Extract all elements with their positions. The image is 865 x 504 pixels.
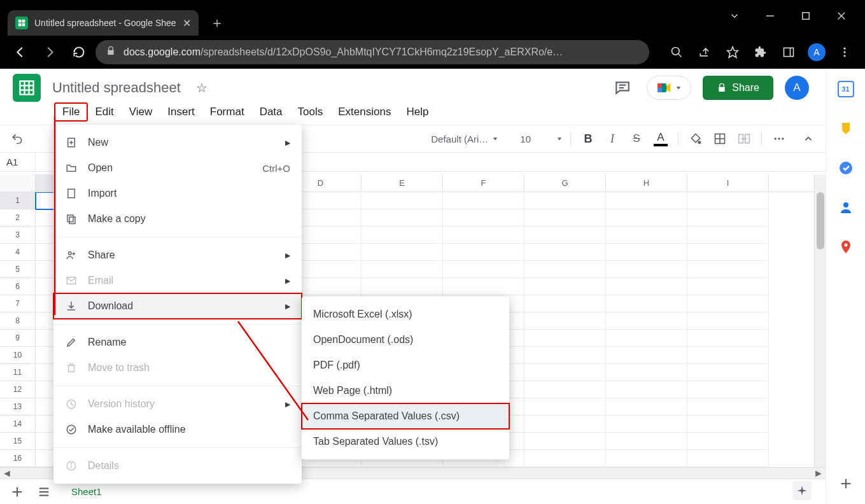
vertical-scrollbar-thumb[interactable]	[817, 192, 824, 249]
row-header[interactable]: 1	[0, 192, 36, 209]
menu-item-available-offline[interactable]: Make available offline	[53, 417, 302, 442]
menu-item-download[interactable]: Download ▶	[53, 293, 302, 319]
cell[interactable]	[524, 295, 606, 312]
cell[interactable]	[687, 398, 769, 416]
strikethrough-button[interactable]: S	[627, 129, 646, 148]
scroll-right-icon[interactable]: ►	[812, 468, 826, 479]
menu-help[interactable]: Help	[398, 103, 436, 121]
menu-file[interactable]: File	[55, 103, 87, 121]
row-header[interactable]: 14	[0, 416, 36, 433]
menu-item-new[interactable]: New ▶	[53, 130, 302, 155]
cell[interactable]	[362, 227, 443, 244]
account-avatar[interactable]: A	[785, 76, 809, 100]
menu-edit[interactable]: Edit	[87, 103, 121, 121]
cell[interactable]	[606, 244, 687, 261]
contacts-icon[interactable]	[837, 199, 855, 216]
cell[interactable]	[606, 278, 687, 295]
menu-format[interactable]: Format	[202, 103, 252, 121]
borders-button[interactable]	[710, 129, 729, 148]
menu-extensions[interactable]: Extensions	[330, 103, 398, 121]
font-size-select[interactable]: 10	[520, 134, 563, 144]
new-tab-button[interactable]: ＋	[199, 10, 236, 36]
cell[interactable]	[524, 433, 606, 450]
row-header[interactable]: 6	[0, 278, 36, 295]
profile-button[interactable]: A	[804, 39, 829, 65]
cell[interactable]	[524, 398, 606, 416]
menu-item-make-copy[interactable]: Make a copy	[53, 206, 302, 232]
cell[interactable]	[524, 450, 606, 467]
zoom-icon[interactable]	[664, 39, 689, 65]
cell[interactable]	[524, 312, 606, 330]
cell[interactable]	[606, 261, 687, 278]
sidepanel-toggle-icon[interactable]	[776, 39, 801, 65]
maps-icon[interactable]	[837, 238, 855, 256]
cell[interactable]	[362, 278, 443, 295]
merge-cells-button[interactable]	[735, 129, 754, 148]
row-header[interactable]: 5	[0, 261, 36, 278]
submenu-item-ods[interactable]: OpenDocument (.ods)	[302, 327, 509, 353]
extensions-icon[interactable]	[748, 39, 773, 65]
menu-tools[interactable]: Tools	[290, 103, 331, 121]
cell[interactable]	[687, 433, 769, 450]
cell[interactable]	[687, 330, 769, 347]
menu-insert[interactable]: Insert	[160, 103, 202, 121]
add-addon-icon[interactable]	[837, 475, 855, 493]
cell[interactable]	[687, 278, 769, 295]
nav-back-button[interactable]	[8, 39, 33, 65]
cell[interactable]	[524, 278, 606, 295]
row-header[interactable]: 9	[0, 330, 36, 347]
cell[interactable]	[606, 347, 687, 364]
cell[interactable]	[606, 364, 687, 381]
menu-item-details[interactable]: Details	[53, 453, 302, 479]
submenu-item-xlsx[interactable]: Microsoft Excel (.xlsx)	[302, 302, 509, 327]
sheets-logo-icon[interactable]	[13, 74, 41, 102]
browser-menu-icon[interactable]	[832, 39, 857, 65]
collapse-toolbar-icon[interactable]	[799, 129, 818, 148]
submenu-item-pdf[interactable]: PDF (.pdf)	[302, 353, 509, 378]
column-header[interactable]: H	[606, 174, 687, 192]
scroll-left-icon[interactable]: ◄	[0, 468, 14, 479]
cell[interactable]	[687, 364, 769, 381]
sheet-tab[interactable]: Sheet1	[60, 482, 113, 501]
submenu-item-csv[interactable]: Comma Separated Values (.csv)	[302, 403, 509, 429]
cell[interactable]	[362, 261, 443, 278]
cell[interactable]	[606, 450, 687, 467]
cell[interactable]	[362, 209, 443, 227]
cell[interactable]	[606, 227, 687, 244]
column-header[interactable]: F	[443, 174, 524, 192]
cell[interactable]	[524, 381, 606, 398]
cell[interactable]	[687, 244, 769, 261]
row-header[interactable]: 10	[0, 347, 36, 364]
cell[interactable]	[606, 330, 687, 347]
tasks-icon[interactable]	[837, 159, 855, 177]
column-header[interactable]: I	[687, 174, 769, 192]
more-toolbar-icon[interactable]	[770, 129, 789, 148]
cell[interactable]	[687, 261, 769, 278]
row-header[interactable]: 15	[0, 433, 36, 450]
cell[interactable]	[524, 244, 606, 261]
share-button[interactable]: Share	[703, 76, 773, 100]
all-sheets-button[interactable]	[33, 481, 55, 503]
cell[interactable]	[362, 244, 443, 261]
row-header[interactable]: 8	[0, 312, 36, 330]
column-header[interactable]: E	[362, 174, 443, 192]
cell[interactable]	[524, 227, 606, 244]
minimize-icon[interactable]	[764, 10, 776, 24]
bold-button[interactable]: B	[579, 129, 598, 148]
star-icon[interactable]: ☆	[196, 80, 207, 95]
chevron-down-icon[interactable]	[729, 10, 740, 24]
share-url-icon[interactable]	[692, 39, 717, 65]
row-header[interactable]: 4	[0, 244, 36, 261]
cell[interactable]	[443, 192, 524, 209]
select-all-corner[interactable]	[0, 174, 36, 192]
cell[interactable]	[606, 312, 687, 330]
cell[interactable]	[687, 450, 769, 467]
bookmark-star-icon[interactable]	[720, 39, 745, 65]
menu-item-open[interactable]: Open Ctrl+O	[53, 155, 302, 181]
menu-item-rename[interactable]: Rename	[53, 330, 302, 355]
menu-data[interactable]: Data	[252, 103, 290, 121]
undo-button[interactable]	[8, 129, 27, 148]
cell[interactable]	[443, 278, 524, 295]
menu-item-version-history[interactable]: Version history ▶	[53, 391, 302, 417]
cell[interactable]	[687, 192, 769, 209]
